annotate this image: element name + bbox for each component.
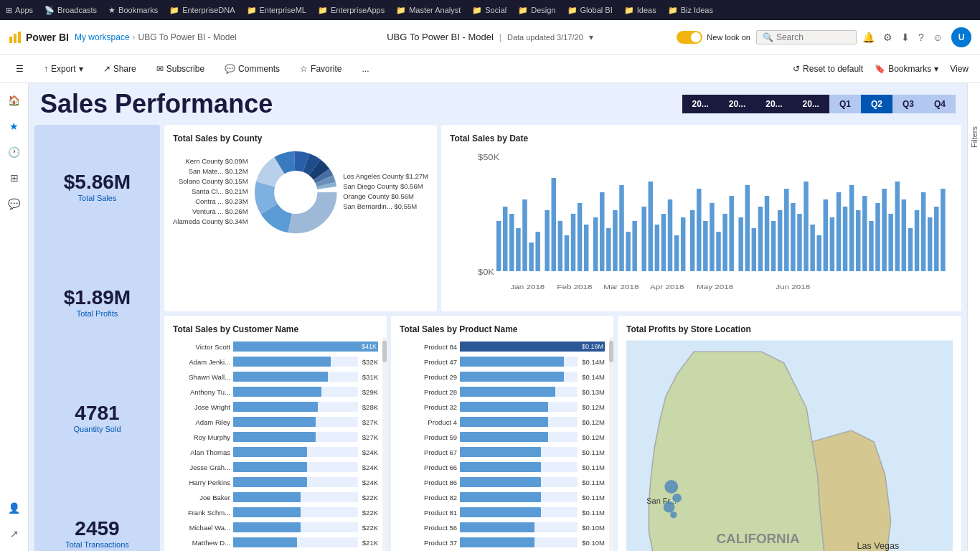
- svg-text:CALIFORNIA: CALIFORNIA: [717, 531, 800, 546]
- nav-social[interactable]: 📁 Social: [472, 6, 507, 15]
- help-icon[interactable]: ?: [918, 32, 924, 43]
- svg-rect-80: [921, 192, 925, 271]
- customer-bar-list: Victor Scott $41K Adam Jenki... $32K Sha…: [173, 340, 378, 551]
- q2-button[interactable]: Q2: [861, 95, 892, 113]
- nav-biz-ideas[interactable]: 📁 Biz Ideas: [668, 6, 713, 15]
- list-item: Adam Jenki... $32K: [173, 355, 378, 368]
- list-item: Product 81 $0.11M: [400, 506, 605, 519]
- svg-rect-50: [722, 214, 727, 271]
- menu-icon: ☰: [16, 64, 24, 74]
- pbi-logo[interactable]: Power BI: [9, 31, 69, 44]
- nav-bookmarks[interactable]: ★ Bookmarks: [108, 6, 158, 15]
- comments-button[interactable]: 💬 Comments: [220, 61, 284, 77]
- nav-enterprise-ml[interactable]: 📁 EnterpriseML: [247, 6, 306, 15]
- list-item: Anthony Tu... $29K: [173, 385, 378, 398]
- year-btn-3[interactable]: 20...: [755, 95, 792, 113]
- dashboard-header: Sales Performance 20... 20... 20... 20..…: [34, 89, 961, 125]
- nav-enterprise-dna[interactable]: 📁 EnterpriseDNA: [169, 6, 235, 15]
- svg-rect-30: [584, 225, 588, 271]
- svg-rect-31: [593, 217, 598, 271]
- year-btn-2[interactable]: 20...: [719, 95, 755, 113]
- sidebar-recent[interactable]: 🕐: [3, 141, 26, 164]
- svg-rect-39: [649, 182, 653, 271]
- q3-button[interactable]: Q3: [892, 95, 924, 113]
- svg-rect-62: [804, 182, 808, 271]
- view-button[interactable]: View: [950, 64, 969, 74]
- avatar[interactable]: U: [951, 27, 971, 47]
- q1-button[interactable]: Q1: [829, 95, 861, 113]
- svg-rect-48: [710, 203, 714, 271]
- toggle-switch[interactable]: [677, 31, 702, 44]
- scrollbar-thumb[interactable]: [609, 341, 613, 362]
- legend-item: Ventura ... $0.26M: [173, 207, 248, 215]
- svg-rect-43: [674, 235, 679, 271]
- nav-master-analyst[interactable]: 📁 Master Analyst: [396, 6, 461, 15]
- svg-rect-28: [571, 214, 575, 271]
- sidebar-apps[interactable]: ⊞: [3, 166, 26, 189]
- emoji-icon[interactable]: ☺: [933, 32, 943, 43]
- customer-chart-panel: Total Sales by Customer Name Victor Scot…: [164, 316, 387, 551]
- reset-icon: ↺: [793, 64, 800, 74]
- download-icon[interactable]: ⬇: [901, 32, 910, 43]
- svg-rect-18: [503, 207, 507, 271]
- total-sales-value: $5.86M: [46, 172, 149, 192]
- comments-icon: 💬: [225, 64, 235, 74]
- svg-rect-37: [632, 221, 636, 271]
- chevron-down-icon[interactable]: ▾: [589, 32, 593, 42]
- svg-rect-35: [619, 185, 623, 271]
- nav-global-bi[interactable]: 📁 Global BI: [567, 6, 613, 15]
- sidebar-shared[interactable]: 💬: [3, 192, 26, 215]
- nav-design[interactable]: 📁 Design: [518, 6, 555, 15]
- svg-rect-55: [758, 207, 763, 271]
- list-item: Adam Riley $27K: [173, 415, 378, 428]
- bookmarks-button[interactable]: 🔖 Bookmarks ▾: [875, 64, 938, 74]
- share-icon: ↗: [103, 64, 110, 74]
- sidebar-profile[interactable]: 👤: [3, 496, 26, 519]
- dashboard-title: Sales Performance: [40, 89, 682, 119]
- export-button[interactable]: ↑ Export ▾: [39, 61, 88, 77]
- svg-rect-42: [668, 199, 672, 271]
- list-item: Product 56 $0.10M: [400, 521, 605, 534]
- year-btn-4[interactable]: 20...: [793, 95, 829, 113]
- nav-apps[interactable]: ⊞ Apps: [6, 6, 33, 15]
- subscribe-button[interactable]: ✉ Subscribe: [152, 61, 209, 77]
- svg-rect-82: [934, 207, 938, 271]
- nav-ideas[interactable]: 📁 Ideas: [624, 6, 656, 15]
- svg-rect-71: [862, 196, 867, 271]
- sidebar-expand[interactable]: ↗: [3, 522, 26, 545]
- nav-broadcasts[interactable]: 📡 Broadcasts: [44, 6, 97, 15]
- svg-text:$0K: $0K: [478, 268, 494, 276]
- svg-rect-73: [875, 203, 880, 271]
- svg-text:Jun 2018: Jun 2018: [776, 283, 810, 290]
- reset-button[interactable]: ↺ Reset to default: [793, 64, 863, 74]
- sidebar-home[interactable]: 🏠: [3, 89, 26, 112]
- legend-item: San Diego County $0.56M: [343, 182, 428, 190]
- more-button[interactable]: ...: [357, 61, 373, 77]
- hamburger-menu[interactable]: ☰: [11, 61, 28, 77]
- report-name[interactable]: UBG To Power BI - Model: [138, 32, 237, 42]
- scrollbar-track[interactable]: [609, 337, 613, 551]
- search-input[interactable]: [776, 32, 848, 42]
- favorite-button[interactable]: ☆ Favorite: [296, 61, 346, 77]
- sidebar-favorites[interactable]: ★: [3, 115, 26, 138]
- new-look-toggle[interactable]: New look on: [677, 31, 750, 44]
- filters-label[interactable]: Filters: [970, 126, 979, 148]
- svg-rect-67: [837, 192, 841, 271]
- gear-icon[interactable]: ⚙: [883, 32, 892, 43]
- share-button[interactable]: ↗ Share: [99, 61, 141, 77]
- quarter-buttons: 20... 20... 20... 20... Q1 Q2 Q3 Q4: [682, 95, 956, 113]
- svg-rect-1: [14, 34, 17, 43]
- search-box[interactable]: 🔍: [756, 30, 857, 44]
- list-item: Product 66 $0.11M: [400, 461, 605, 474]
- nav-enterprise-apps[interactable]: 📁 EnterpriseApps: [318, 6, 385, 15]
- scrollbar-track[interactable]: [382, 337, 387, 551]
- customer-panel-title: Total Sales by Customer Name: [173, 324, 378, 334]
- q4-button[interactable]: Q4: [924, 95, 956, 113]
- scrollbar-thumb[interactable]: [382, 341, 387, 362]
- workspace-link[interactable]: My workspace: [75, 32, 130, 42]
- product-bar-list: Product 84 $0.16M Product 47 $0.14M Prod…: [400, 340, 605, 551]
- total-transactions-label: Total Transactions: [46, 540, 149, 549]
- folder-icon: 📁: [472, 6, 482, 15]
- year-btn-1[interactable]: 20...: [682, 95, 719, 113]
- bell-icon[interactable]: 🔔: [862, 32, 875, 43]
